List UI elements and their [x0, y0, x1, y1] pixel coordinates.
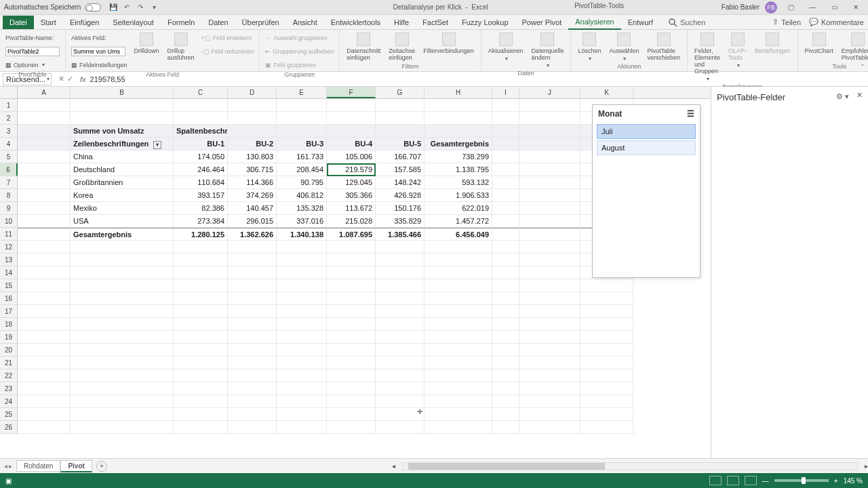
recommended-pt-button[interactable]: Empfohlene PivotTables — [839, 31, 868, 62]
search-box[interactable]: Suchen — [660, 18, 713, 27]
cell[interactable] — [174, 369, 228, 382]
row-header[interactable]: 2 — [0, 112, 18, 125]
cell[interactable] — [18, 163, 71, 176]
cell[interactable] — [174, 357, 228, 369]
cell[interactable] — [18, 241, 71, 253]
cell[interactable] — [327, 241, 376, 253]
row-header[interactable]: 5 — [0, 150, 18, 163]
cell[interactable] — [174, 318, 228, 331]
cell[interactable]: BU-5 — [376, 138, 425, 150]
cell[interactable] — [492, 215, 519, 228]
cell[interactable] — [327, 99, 376, 112]
tab-start[interactable]: Start — [34, 16, 63, 29]
row-header[interactable]: 7 — [0, 176, 18, 189]
cell[interactable] — [18, 318, 71, 331]
cell[interactable] — [228, 344, 277, 357]
col-header-j[interactable]: J — [519, 87, 580, 98]
cell[interactable] — [425, 369, 492, 382]
cell[interactable]: Spaltenbeschriftungen ▾ — [174, 125, 228, 138]
cell[interactable] — [492, 382, 519, 395]
refresh-button[interactable]: Aktualisieren▾ — [486, 31, 526, 63]
cell[interactable] — [519, 112, 580, 125]
slicer-item-august[interactable]: August — [597, 140, 696, 155]
cell[interactable] — [18, 408, 71, 421]
cell[interactable] — [519, 266, 580, 279]
cell[interactable] — [519, 292, 580, 305]
tab-powerpivot[interactable]: Power Pivot — [515, 16, 569, 29]
cell[interactable] — [376, 369, 425, 382]
cell[interactable]: Deutschland — [71, 163, 174, 176]
cell[interactable] — [492, 292, 519, 305]
cell[interactable] — [492, 408, 519, 421]
cell[interactable] — [277, 369, 327, 382]
cell[interactable] — [376, 112, 425, 125]
cell[interactable]: 166.707 — [376, 150, 425, 163]
cell[interactable] — [71, 253, 174, 266]
field-pane-gear-icon[interactable]: ⚙ ▾ — [836, 92, 849, 101]
cell[interactable] — [327, 125, 376, 138]
cell[interactable]: Großbritannien — [71, 176, 174, 189]
cell[interactable] — [492, 112, 519, 125]
tab-developer[interactable]: Entwicklertools — [324, 16, 387, 29]
cell[interactable] — [71, 241, 174, 253]
cell[interactable] — [18, 125, 71, 138]
cell[interactable] — [425, 408, 492, 421]
cell[interactable]: 105.006 — [327, 150, 376, 163]
cell[interactable] — [18, 99, 71, 112]
cell[interactable]: 140.457 — [228, 202, 277, 215]
save-icon[interactable]: 💾 — [108, 2, 119, 13]
cell[interactable] — [277, 408, 327, 421]
cell[interactable] — [425, 241, 492, 253]
cell[interactable]: 161.733 — [277, 150, 327, 163]
row-header[interactable]: 12 — [0, 241, 18, 253]
pt-options-button[interactable]: ▦Optionen▾ — [4, 58, 61, 71]
cell[interactable] — [376, 125, 425, 138]
relations-button[interactable]: Beziehungen — [752, 31, 793, 56]
ungroup-button[interactable]: ⇤Gruppierung aufheben — [264, 45, 335, 58]
undo-icon[interactable]: ↶ — [121, 2, 132, 13]
cell[interactable] — [228, 279, 277, 292]
cell[interactable] — [277, 421, 327, 434]
view-normal-icon[interactable] — [709, 476, 722, 485]
cell[interactable]: Korea — [71, 189, 174, 202]
cell[interactable]: 593.132 — [425, 176, 492, 189]
cell[interactable] — [277, 125, 327, 138]
row-header[interactable]: 26 — [0, 421, 18, 434]
tab-data[interactable]: Daten — [201, 16, 235, 29]
cell[interactable] — [519, 408, 580, 421]
cell[interactable] — [71, 331, 174, 344]
col-header-k[interactable]: K — [580, 87, 633, 98]
cell[interactable] — [71, 408, 174, 421]
cell[interactable] — [174, 292, 228, 305]
cell[interactable] — [18, 228, 71, 241]
cell[interactable] — [71, 369, 174, 382]
cell[interactable] — [425, 344, 492, 357]
cell[interactable] — [18, 150, 71, 163]
row-filter-icon[interactable]: ▾ — [153, 141, 161, 149]
cell[interactable] — [376, 292, 425, 305]
select-button[interactable]: Auswählen▾ — [606, 31, 642, 63]
cell[interactable] — [71, 112, 174, 125]
tab-formulas[interactable]: Formeln — [161, 16, 201, 29]
tab-fuzzy[interactable]: Fuzzy Lookup — [455, 16, 515, 29]
cell[interactable]: Summe von Umsatz — [71, 125, 174, 138]
cell[interactable] — [492, 266, 519, 279]
cell[interactable] — [327, 331, 376, 344]
pt-name-input[interactable] — [5, 47, 60, 56]
cell[interactable]: 426.928 — [376, 189, 425, 202]
cell[interactable] — [174, 279, 228, 292]
cell[interactable] — [18, 395, 71, 408]
cell[interactable] — [376, 318, 425, 331]
cell[interactable] — [174, 331, 228, 344]
cell[interactable] — [327, 382, 376, 395]
row-header[interactable]: 25 — [0, 408, 18, 421]
cell[interactable] — [580, 382, 633, 395]
sheet-nav-prev-icon[interactable]: ◂ — [4, 462, 7, 470]
delete-button[interactable]: Löschen▾ — [575, 31, 604, 63]
row-header[interactable]: 19 — [0, 331, 18, 344]
field-settings-button[interactable]: ▦Feldeinstellungen — [70, 58, 129, 71]
cell[interactable] — [580, 292, 633, 305]
cell[interactable] — [228, 292, 277, 305]
cell[interactable] — [492, 421, 519, 434]
view-pagebreak-icon[interactable] — [745, 476, 757, 485]
